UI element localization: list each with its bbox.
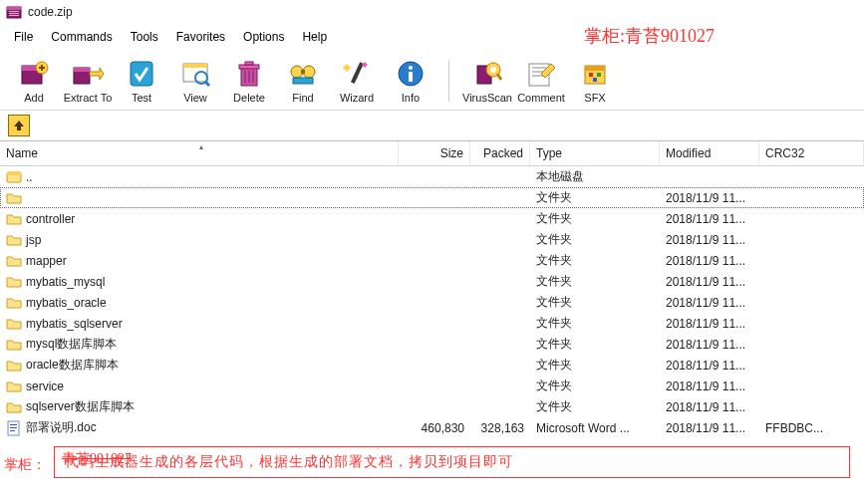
- file-modified: 2018/11/9 11...: [660, 233, 759, 247]
- table-row[interactable]: mapper文件夹2018/11/9 11...: [0, 250, 864, 271]
- find-button[interactable]: Find: [277, 56, 329, 106]
- svg-rect-3: [9, 13, 19, 14]
- test-button[interactable]: Test: [116, 56, 167, 106]
- file-name: mybatis_mysql: [26, 275, 105, 289]
- menu-favorites[interactable]: Favorites: [168, 27, 233, 47]
- svg-rect-45: [593, 78, 597, 82]
- table-row[interactable]: mybatis_oracle文件夹2018/11/9 11...: [0, 292, 864, 313]
- file-name: mapper: [26, 254, 67, 268]
- svg-rect-25: [301, 70, 305, 74]
- menu-help[interactable]: Help: [294, 27, 335, 47]
- col-type[interactable]: Type: [530, 141, 660, 165]
- file-name: sqlserver数据库脚本: [26, 398, 135, 415]
- svg-point-35: [490, 67, 496, 73]
- table-row[interactable]: service文件夹2018/11/9 11...: [0, 376, 864, 396]
- comment-label: Comment: [517, 92, 565, 104]
- table-row[interactable]: controller文件夹2018/11/9 11...: [0, 208, 864, 229]
- file-modified: 2018/11/9 11...: [660, 317, 759, 331]
- file-type: 文件夹: [530, 357, 660, 374]
- extract-label: Extract To: [64, 92, 113, 104]
- table-row[interactable]: jsp文件夹2018/11/9 11...: [0, 229, 864, 250]
- watermark-bottom-left: 掌柜：: [4, 456, 46, 474]
- svg-point-32: [409, 66, 413, 70]
- folder-icon: [6, 274, 22, 290]
- menu-options[interactable]: Options: [235, 27, 292, 47]
- file-type: 文件夹: [530, 378, 660, 394]
- extract-icon: [72, 58, 104, 90]
- comment-button[interactable]: Comment: [515, 56, 567, 106]
- view-button[interactable]: View: [169, 56, 221, 106]
- view-label: View: [183, 92, 207, 104]
- svg-rect-18: [239, 65, 259, 69]
- file-size: 460,830: [399, 421, 470, 435]
- file-type: Microsoft Word ...: [530, 421, 660, 435]
- table-row[interactable]: mysql数据库脚本文件夹2018/11/9 11...: [0, 334, 864, 355]
- file-type: 文件夹: [530, 398, 660, 415]
- info-button[interactable]: Info: [385, 56, 436, 106]
- svg-rect-27: [351, 62, 364, 84]
- table-row[interactable]: 文件夹2018/11/9 11...: [0, 187, 864, 208]
- col-modified[interactable]: Modified: [660, 141, 759, 165]
- file-modified: 2018/11/9 11...: [660, 359, 759, 373]
- grid-rows: ..本地磁盘文件夹2018/11/9 11...controller文件夹201…: [0, 166, 864, 438]
- file-modified: 2018/11/9 11...: [660, 400, 759, 414]
- file-type: 本地磁盘: [530, 168, 660, 185]
- svg-rect-11: [74, 68, 90, 72]
- file-name: controller: [26, 212, 75, 226]
- svg-rect-26: [293, 78, 313, 84]
- add-label: Add: [24, 92, 44, 104]
- folder-icon: [6, 316, 22, 332]
- file-type: 文件夹: [530, 252, 660, 269]
- file-name: service: [26, 379, 64, 393]
- menu-tools[interactable]: Tools: [123, 27, 166, 47]
- sort-asc-icon: ▴: [199, 142, 203, 151]
- winrar-icon: [6, 4, 22, 20]
- up-row: [0, 111, 864, 140]
- virusscan-button[interactable]: VirusScan: [461, 56, 513, 106]
- svg-marker-29: [362, 62, 368, 68]
- file-name: ..: [26, 170, 33, 184]
- add-button[interactable]: Add: [8, 56, 60, 106]
- col-name[interactable]: Name▴: [0, 141, 399, 165]
- table-row[interactable]: mybatis_mysql文件夹2018/11/9 11...: [0, 271, 864, 292]
- table-row[interactable]: mybatis_sqlserver文件夹2018/11/9 11...: [0, 313, 864, 334]
- folder-icon: [6, 295, 22, 311]
- table-row[interactable]: oracle数据库脚本文件夹2018/11/9 11...: [0, 355, 864, 376]
- delete-button[interactable]: Delete: [223, 56, 275, 106]
- up-arrow-icon: [12, 119, 26, 132]
- sfx-button[interactable]: SFX: [569, 56, 621, 106]
- file-modified: 2018/11/9 11...: [660, 191, 759, 205]
- wizard-button[interactable]: Wizard: [331, 56, 383, 106]
- file-modified: 2018/11/9 11...: [660, 296, 759, 310]
- up-button[interactable]: [8, 115, 30, 136]
- folder-icon: [6, 253, 22, 269]
- folder-icon: [6, 211, 22, 227]
- file-type: 文件夹: [530, 189, 660, 206]
- toolbar: Add Extract To Test View Delete Find Wiz…: [0, 50, 864, 111]
- folder-icon: [6, 190, 22, 206]
- col-packed[interactable]: Packed: [470, 141, 530, 165]
- file-type: 文件夹: [530, 210, 660, 227]
- col-size[interactable]: Size: [399, 141, 470, 165]
- file-name: mybatis_oracle: [26, 296, 107, 310]
- extract-button[interactable]: Extract To: [62, 56, 114, 106]
- col-crc[interactable]: CRC32: [759, 141, 864, 165]
- menu-file[interactable]: File: [6, 27, 41, 47]
- toolbar-separator: [448, 60, 449, 102]
- file-modified: 2018/11/9 11...: [660, 421, 759, 435]
- wizard-icon: [341, 58, 373, 90]
- table-row[interactable]: 部署说明.doc460,830328,163Microsoft Word ...…: [0, 417, 864, 438]
- test-label: Test: [132, 92, 151, 104]
- delete-label: Delete: [233, 92, 265, 104]
- table-row[interactable]: ..本地磁盘: [0, 166, 864, 187]
- file-type: 文件夹: [530, 336, 660, 353]
- file-name: jsp: [26, 233, 41, 247]
- table-row[interactable]: sqlserver数据库脚本文件夹2018/11/9 11...: [0, 396, 864, 417]
- find-label: Find: [292, 92, 313, 104]
- file-modified: 2018/11/9 11...: [660, 212, 759, 226]
- sfx-label: SFX: [584, 92, 605, 104]
- menu-commands[interactable]: Commands: [43, 27, 120, 47]
- svg-rect-19: [245, 62, 253, 65]
- svg-rect-51: [10, 430, 15, 431]
- svg-line-36: [497, 74, 501, 80]
